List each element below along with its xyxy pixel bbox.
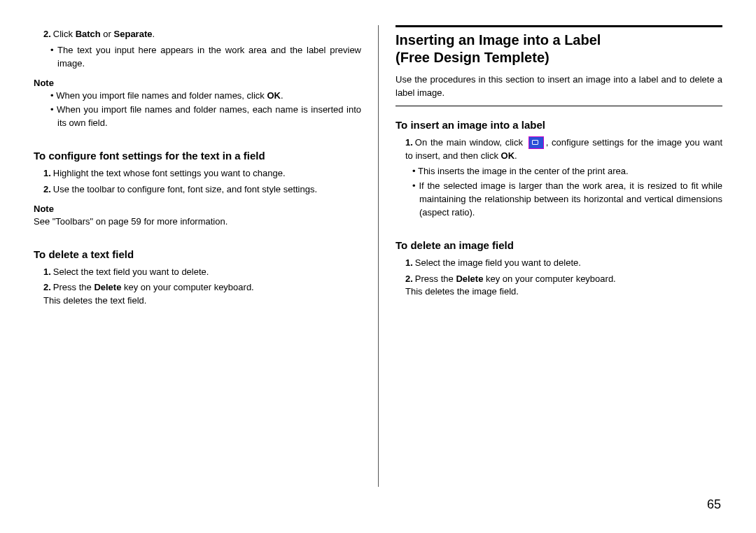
step-number: 1.	[405, 257, 413, 268]
subheading-delete-image-field: To delete an image field	[396, 239, 722, 251]
bullet-item: When you import file names and folder na…	[57, 90, 361, 103]
text: key on your computer keyboard.	[121, 282, 253, 292]
step-2: 2.Press the Delete key on your computer …	[405, 273, 722, 299]
step-2: 2.Press the Delete key on your computer …	[43, 281, 361, 308]
note-heading: Note	[34, 204, 361, 214]
bullet-item: If the selected image is larger than the…	[419, 180, 722, 220]
step-2: 2.Click Batch or Separate.	[43, 28, 361, 41]
title-line-2: (Free Design Templete)	[396, 50, 550, 65]
text: Press the	[53, 282, 94, 292]
note-heading: Note	[34, 78, 361, 88]
right-column: Inserting an Image into a Label (Free De…	[378, 25, 722, 487]
step-number: 2.	[43, 184, 51, 194]
step-1: 1.Select the image field you want to del…	[405, 257, 722, 270]
text: This deletes the image field.	[405, 286, 519, 297]
text: On the main window, click	[415, 137, 526, 148]
text: .	[152, 29, 155, 39]
text: or	[101, 29, 114, 39]
step-number: 1.	[405, 137, 413, 148]
text: Use the toolbar to configure font, font …	[53, 184, 317, 194]
bullet-item: The text you input here appears in the w…	[57, 44, 361, 71]
text: When you import file names and folder na…	[56, 90, 267, 101]
step-2: 2.Use the toolbar to configure font, fon…	[43, 183, 361, 197]
step-number: 2.	[43, 29, 51, 39]
bold-text: OK	[501, 150, 515, 161]
note-body: See "Toolbars" on page 59 for more infor…	[34, 215, 361, 229]
step-number: 1.	[43, 266, 51, 277]
bold-text: Delete	[456, 273, 483, 284]
text: .	[514, 150, 517, 161]
page-number: 65	[707, 497, 721, 512]
step-1: 1.On the main window, click , configure …	[405, 136, 722, 163]
bold-text: Separate	[114, 29, 153, 39]
step-number: 2.	[43, 282, 51, 292]
divider-thin	[396, 106, 722, 106]
step-number: 1.	[43, 168, 51, 178]
bold-text: Batch	[76, 29, 101, 39]
step-1: 1.Select the text field you want to dele…	[43, 266, 361, 279]
text: key on your computer keyboard.	[483, 273, 615, 284]
text: .	[281, 90, 284, 101]
text: Press the	[415, 273, 456, 284]
subheading-configure-font: To configure font settings for the text …	[34, 150, 361, 162]
step-number: 2.	[405, 273, 413, 284]
document-page: 2.Click Batch or Separate. The text you …	[0, 0, 756, 490]
text: Select the image field you want to delet…	[415, 257, 581, 268]
text: Select the text field you want to delete…	[53, 266, 209, 277]
section-title: Inserting an Image into a Label (Free De…	[396, 31, 722, 66]
text: Highlight the text whose font settings y…	[53, 168, 286, 178]
text: Click	[53, 29, 76, 39]
title-line-1: Inserting an Image into a Label	[396, 32, 601, 48]
text: This deletes the text field.	[43, 295, 146, 306]
bold-text: Delete	[94, 282, 121, 292]
bold-text: OK	[267, 90, 281, 101]
step-1: 1.Highlight the text whose font settings…	[43, 167, 361, 180]
bullet-item: This inserts the image in the center of …	[419, 165, 722, 178]
subheading-insert-image: To insert an image into a label	[396, 119, 722, 131]
subheading-delete-text-field: To delete a text field	[34, 248, 361, 260]
section-intro: Use the procedures in this section to in…	[396, 73, 722, 100]
bullet-item: When you import file names and folder na…	[57, 104, 361, 130]
insert-image-icon	[528, 136, 544, 149]
divider-thick	[396, 25, 722, 27]
left-column: 2.Click Batch or Separate. The text you …	[34, 25, 378, 476]
